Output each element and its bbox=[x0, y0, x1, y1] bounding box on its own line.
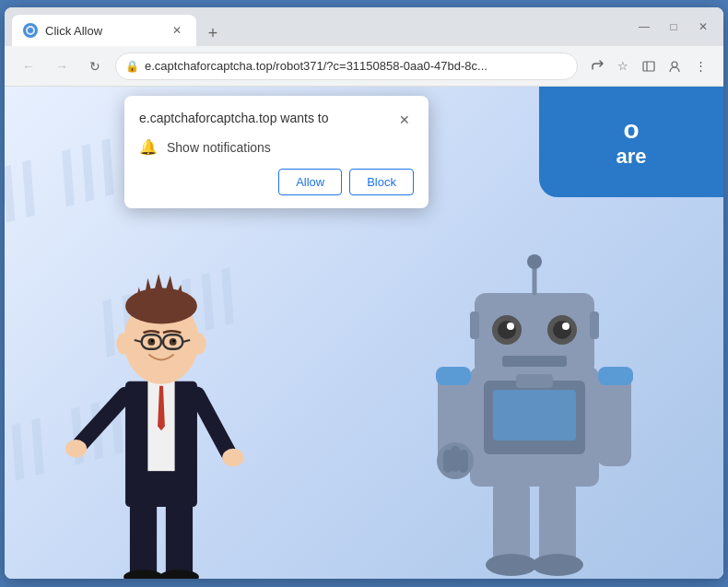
svg-rect-61 bbox=[470, 311, 479, 339]
svg-rect-63 bbox=[502, 356, 567, 367]
svg-point-47 bbox=[527, 254, 542, 269]
sidebar-icon[interactable] bbox=[637, 54, 661, 78]
popup-title: e.captchaforcaptcha.top wants to bbox=[139, 111, 328, 125]
svg-rect-58 bbox=[596, 374, 631, 466]
svg-rect-36 bbox=[493, 390, 576, 440]
human-character bbox=[60, 238, 263, 579]
svg-marker-17 bbox=[163, 276, 176, 299]
block-button[interactable]: Block bbox=[349, 169, 414, 195]
title-bar: Click Allow ✕ + — □ ✕ bbox=[5, 7, 723, 46]
svg-marker-16 bbox=[152, 274, 165, 299]
svg-point-27 bbox=[172, 340, 175, 343]
tab-area: Click Allow ✕ + bbox=[12, 7, 620, 46]
watermark-1: /// /// bbox=[5, 124, 129, 243]
svg-rect-2 bbox=[643, 62, 654, 71]
svg-rect-49 bbox=[493, 482, 530, 565]
notification-popup: e.captchaforcaptcha.top wants to ✕ 🔔 Sho… bbox=[124, 96, 429, 208]
svg-point-31 bbox=[222, 449, 243, 466]
menu-icon[interactable]: ⋮ bbox=[688, 54, 712, 78]
svg-rect-48 bbox=[516, 374, 553, 388]
share-icon[interactable] bbox=[585, 54, 609, 78]
svg-rect-7 bbox=[166, 498, 193, 579]
svg-point-32 bbox=[116, 333, 131, 354]
svg-rect-60 bbox=[598, 367, 633, 385]
svg-point-9 bbox=[159, 569, 199, 579]
popup-permission-row: 🔔 Show notifications bbox=[139, 138, 414, 156]
svg-line-28 bbox=[80, 394, 125, 444]
window-controls: — □ ✕ bbox=[631, 14, 716, 40]
svg-point-1 bbox=[28, 28, 33, 33]
svg-point-4 bbox=[672, 62, 677, 67]
robot-character bbox=[419, 247, 650, 579]
svg-rect-50 bbox=[539, 482, 576, 565]
reload-button[interactable]: ↻ bbox=[82, 53, 108, 79]
svg-point-43 bbox=[553, 321, 571, 339]
bookmark-icon[interactable]: ☆ bbox=[611, 54, 635, 78]
banner-text-1: o bbox=[623, 115, 639, 145]
svg-rect-6 bbox=[130, 498, 157, 579]
svg-rect-59 bbox=[436, 367, 471, 385]
back-button[interactable]: ← bbox=[16, 53, 41, 79]
tab-close-button[interactable]: ✕ bbox=[169, 22, 185, 39]
svg-point-29 bbox=[65, 440, 87, 457]
maximize-button[interactable]: □ bbox=[661, 14, 687, 40]
permission-text: Show notifications bbox=[167, 140, 271, 155]
close-button[interactable]: ✕ bbox=[690, 14, 716, 40]
tab-title: Click Allow bbox=[45, 24, 161, 38]
popup-header: e.captchaforcaptcha.top wants to ✕ bbox=[139, 111, 414, 129]
svg-rect-56 bbox=[451, 446, 460, 472]
bell-icon: 🔔 bbox=[139, 138, 158, 156]
new-tab-button[interactable]: + bbox=[200, 20, 226, 46]
forward-button[interactable]: → bbox=[49, 53, 75, 79]
svg-point-45 bbox=[562, 323, 569, 330]
banner-text-2: are bbox=[616, 145, 646, 169]
minimize-button[interactable]: — bbox=[631, 14, 657, 40]
svg-point-52 bbox=[532, 554, 583, 576]
svg-line-30 bbox=[197, 394, 229, 452]
svg-point-51 bbox=[486, 554, 537, 576]
lock-icon: 🔒 bbox=[125, 60, 139, 73]
browser-window: Click Allow ✕ + — □ ✕ ← → ↻ 🔒 e.captchaf… bbox=[5, 7, 723, 579]
allow-button[interactable]: Allow bbox=[278, 169, 342, 195]
popup-close-button[interactable]: ✕ bbox=[395, 111, 414, 129]
address-bar: ← → ↻ 🔒 e.captchaforcaptcha.top/robot371… bbox=[5, 46, 723, 87]
svg-rect-57 bbox=[459, 450, 468, 473]
svg-point-33 bbox=[192, 333, 206, 354]
svg-point-8 bbox=[123, 569, 163, 579]
toolbar-icons: ☆ ⋮ bbox=[585, 54, 712, 78]
svg-point-26 bbox=[151, 340, 154, 343]
svg-rect-62 bbox=[590, 311, 599, 339]
active-tab[interactable]: Click Allow ✕ bbox=[12, 15, 196, 46]
tab-favicon bbox=[23, 23, 38, 38]
popup-buttons: Allow Block bbox=[139, 169, 414, 195]
blue-banner: o are bbox=[539, 87, 723, 197]
svg-point-44 bbox=[507, 323, 514, 330]
url-bar[interactable]: 🔒 e.captchaforcaptcha.top/robot371/?c=31… bbox=[115, 53, 578, 80]
page-content: /// /// /// /// /// /// o are bbox=[5, 87, 723, 579]
url-text: e.captchaforcaptcha.top/robot371/?c=3115… bbox=[145, 59, 568, 73]
svg-point-42 bbox=[498, 321, 516, 339]
profile-icon[interactable] bbox=[663, 54, 687, 78]
